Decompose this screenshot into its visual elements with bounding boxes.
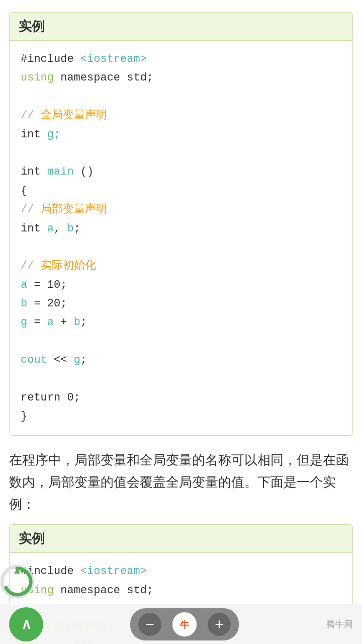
prose-text: 在程序中，局部变量和全局变量的名称可以相同，但是在函数内，局部变量的值会覆盖全局… — [9, 443, 353, 518]
code-line: #include <iostream> — [21, 50, 341, 68]
logo-icon: 牛 — [171, 611, 198, 637]
code-line: using namespace std; — [21, 581, 341, 600]
code-line: int main () — [21, 163, 341, 181]
zoom-controls: − 牛 + — [130, 608, 239, 640]
example1-code: #include <iostream>using namespace std; … — [10, 41, 352, 435]
code-line: g = a + b; — [21, 313, 341, 332]
code-line: return 0; — [21, 388, 341, 407]
scroll-up-button[interactable]: ∧ — [9, 607, 43, 641]
example2-title: 实例 — [10, 525, 352, 553]
zoom-in-button[interactable]: + — [208, 613, 231, 636]
page-content: 实例 #include <iostream>using namespace st… — [0, 0, 362, 644]
svg-text:牛: 牛 — [180, 620, 190, 630]
code-line — [21, 332, 341, 351]
code-line: using namespace std; — [21, 68, 341, 87]
code-line: int a, b; — [21, 219, 341, 238]
zoom-out-button[interactable]: − — [138, 613, 161, 636]
code-line — [21, 238, 341, 257]
example1-title: 实例 — [10, 13, 352, 41]
code-line: cout << g; — [21, 351, 341, 369]
example-box-1: 实例 #include <iostream>using namespace st… — [9, 12, 353, 436]
bottom-bar: ∧ − 牛 + 腾牛网 — [0, 604, 362, 644]
code-line — [21, 370, 341, 388]
code-line: // 实际初始化 — [21, 257, 341, 275]
code-line: } — [21, 407, 341, 426]
code-line: #include <iostream> — [21, 562, 341, 581]
code-line: int g; — [21, 125, 341, 144]
code-line: a = 10; — [21, 276, 341, 294]
code-line: { — [21, 182, 341, 200]
code-line — [21, 144, 341, 163]
floating-refresh-icon[interactable] — [0, 565, 34, 599]
code-line: // 局部变量声明 — [21, 200, 341, 219]
code-line — [21, 88, 341, 106]
watermark: 腾牛网 — [326, 618, 353, 630]
code-line: // 全局变量声明 — [21, 106, 341, 125]
code-line: b = 20; — [21, 294, 341, 313]
